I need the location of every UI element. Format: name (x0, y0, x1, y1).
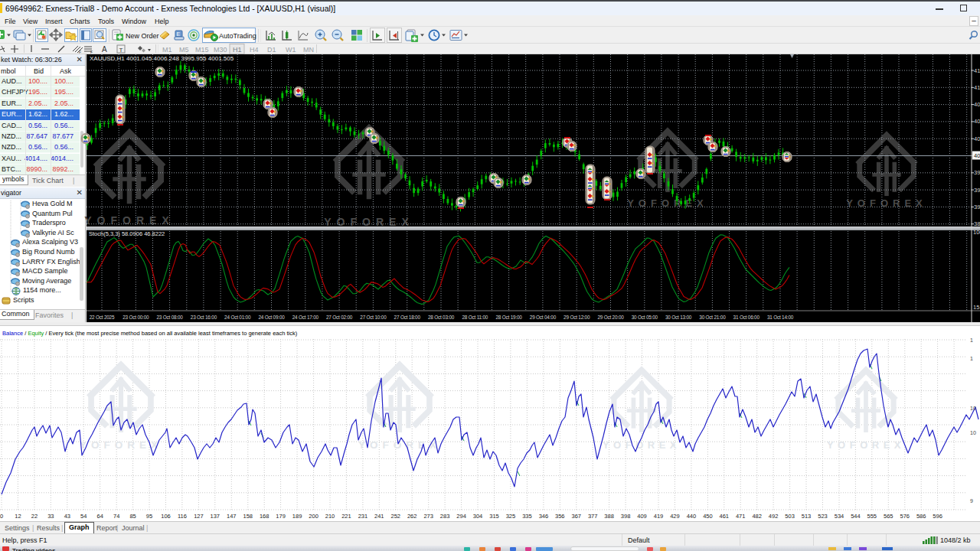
svg-text:471: 471 (736, 513, 746, 520)
svg-text:39: 39 (974, 169, 980, 176)
svg-text:127: 127 (194, 513, 204, 520)
svg-text:231: 231 (358, 513, 368, 520)
svg-text:41: 41 (974, 84, 980, 91)
svg-text:294: 294 (456, 513, 466, 520)
svg-text:28 Oct 11:00: 28 Oct 11:00 (462, 315, 488, 320)
svg-text:95: 95 (146, 513, 152, 520)
svg-text:482: 482 (752, 513, 762, 520)
svg-text:492: 492 (769, 513, 779, 520)
svg-text:283: 283 (440, 513, 450, 520)
svg-text:33: 33 (47, 513, 54, 520)
svg-text:367: 367 (572, 513, 582, 520)
svg-text:New Order: New Order (126, 32, 159, 40)
svg-text:544: 544 (851, 513, 861, 520)
svg-text:30 Oct 21:00: 30 Oct 21:00 (699, 315, 726, 320)
svg-text:158: 158 (243, 513, 253, 520)
svg-text:85: 85 (129, 513, 136, 520)
svg-text:168: 168 (260, 513, 270, 520)
svg-text:388: 388 (604, 513, 614, 520)
svg-text:10: 10 (970, 406, 976, 411)
svg-text:T: T (119, 47, 123, 54)
svg-text:YOFOREX: YOFOREX (84, 214, 174, 227)
svg-text:241: 241 (374, 513, 384, 520)
svg-text:Stoch(5,3,3) 58.0906 46.8222: Stoch(5,3,3) 58.0906 46.8222 (89, 230, 165, 237)
svg-text:39: 39 (974, 187, 980, 194)
svg-text:24 Oct 09:00: 24 Oct 09:00 (258, 315, 285, 320)
svg-text:31 Oct 06:00: 31 Oct 06:00 (733, 315, 760, 320)
svg-text:461: 461 (720, 513, 730, 520)
svg-text:22 Oct 2025: 22 Oct 2025 (90, 315, 115, 320)
svg-text:116: 116 (178, 513, 187, 520)
svg-text:555: 555 (867, 513, 877, 520)
svg-text:M15: M15 (195, 46, 209, 54)
svg-text:28 Oct 03:00: 28 Oct 03:00 (428, 315, 455, 320)
svg-text:304: 304 (473, 513, 483, 520)
svg-text:29 Oct 20:00: 29 Oct 20:00 (597, 315, 624, 320)
svg-text:596: 596 (933, 513, 942, 520)
svg-text:335: 335 (522, 513, 532, 520)
svg-text:315: 315 (489, 513, 499, 520)
svg-text:262: 262 (407, 513, 417, 520)
svg-text:30 Oct 05:00: 30 Oct 05:00 (632, 315, 658, 320)
svg-text:28 Oct 19:00: 28 Oct 19:00 (495, 315, 522, 320)
svg-text:429: 429 (670, 513, 680, 520)
svg-text:409: 409 (637, 513, 647, 520)
svg-text:523: 523 (818, 513, 828, 520)
svg-text:41: 41 (974, 67, 980, 74)
svg-text:54: 54 (80, 513, 87, 520)
svg-text:A: A (102, 45, 107, 54)
svg-text:Balance / Equity / Every tick: Balance / Equity / Every tick (the most … (2, 330, 298, 337)
svg-text:31 Oct 14:00: 31 Oct 14:00 (767, 315, 794, 320)
svg-text:147: 147 (227, 513, 237, 520)
svg-text:27 Oct 18:00: 27 Oct 18:00 (394, 315, 421, 320)
svg-text:325: 325 (506, 513, 516, 520)
svg-text:210: 210 (325, 513, 335, 520)
svg-text:H1: H1 (233, 46, 242, 54)
svg-text:1: 1 (970, 337, 973, 343)
svg-text:100: 100 (973, 229, 980, 236)
svg-text:22: 22 (31, 513, 38, 520)
svg-text:40: 40 (974, 118, 980, 125)
svg-text:H4: H4 (250, 46, 259, 54)
svg-text:23 Oct 00:00: 23 Oct 00:00 (122, 315, 149, 320)
svg-text:MN: MN (303, 46, 314, 54)
svg-text:513: 513 (802, 513, 812, 520)
svg-text:24 Oct 01:00: 24 Oct 01:00 (224, 315, 251, 320)
svg-text:24 Oct 17:00: 24 Oct 17:00 (292, 315, 319, 320)
svg-text:M30: M30 (214, 46, 227, 54)
svg-text:YOFOREX: YOFOREX (827, 439, 905, 451)
svg-text:29 Oct 04:00: 29 Oct 04:00 (530, 315, 557, 320)
svg-text:D1: D1 (267, 46, 276, 54)
svg-text:534: 534 (835, 513, 844, 520)
svg-text:189: 189 (292, 513, 302, 520)
svg-text:9: 9 (970, 498, 973, 504)
svg-text:346: 346 (539, 513, 549, 520)
svg-text:503: 503 (785, 513, 795, 520)
svg-text:M1: M1 (162, 46, 172, 54)
svg-text:106: 106 (161, 513, 171, 520)
svg-text:12: 12 (15, 513, 21, 520)
svg-text:XAUUSD,H1 4001.045 4006.248 3: XAUUSD,H1 4001.045 4006.248 3995.955 400… (90, 55, 234, 62)
svg-text:38: 38 (974, 220, 980, 227)
svg-text:74: 74 (113, 513, 119, 520)
svg-text:377: 377 (588, 513, 598, 520)
svg-text:419: 419 (654, 513, 664, 520)
svg-text:273: 273 (423, 513, 433, 520)
svg-text:1: 1 (970, 356, 973, 361)
svg-text:450: 450 (703, 513, 713, 520)
svg-text:586: 586 (916, 513, 926, 520)
svg-text:29 Oct 12:00: 29 Oct 12:00 (564, 315, 590, 320)
svg-text:YOFOREX: YOFOREX (324, 216, 413, 228)
svg-text:23 Oct 16:00: 23 Oct 16:00 (191, 315, 217, 320)
svg-text:200: 200 (309, 513, 318, 520)
svg-text:40: 40 (974, 152, 980, 159)
svg-text:30 Oct 13:00: 30 Oct 13:00 (665, 315, 692, 320)
svg-text:398: 398 (621, 513, 631, 520)
svg-text:64: 64 (97, 513, 103, 520)
svg-text:27 Oct 02:00: 27 Oct 02:00 (326, 315, 353, 320)
svg-text:43: 43 (64, 513, 70, 520)
svg-text:221: 221 (341, 513, 351, 520)
svg-text:15.: 15. (973, 304, 980, 311)
svg-text:440: 440 (687, 513, 697, 520)
svg-text:0: 0 (0, 513, 3, 520)
